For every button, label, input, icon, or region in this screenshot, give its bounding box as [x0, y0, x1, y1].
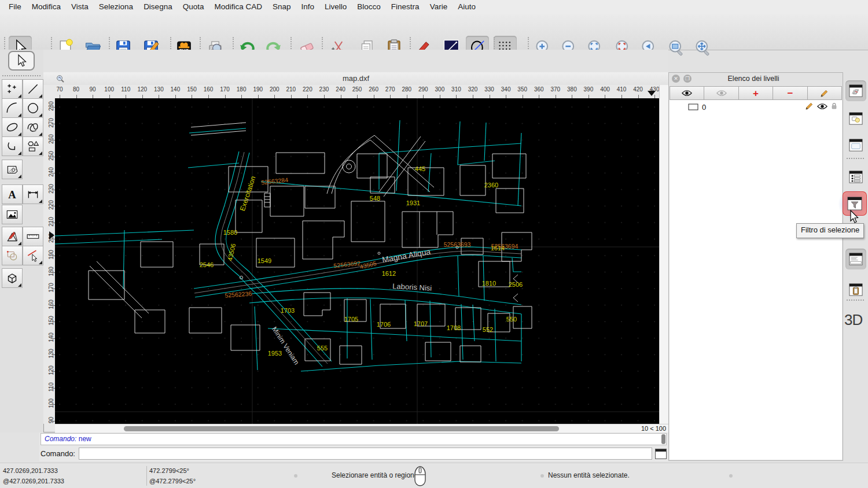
- ruler-top-label: 410: [617, 86, 627, 93]
- hatch-tool-button[interactable]: [2, 160, 23, 179]
- ellipse-tool-button[interactable]: [2, 117, 23, 137]
- layer-visibility-icon[interactable]: [817, 103, 827, 112]
- menu-quota[interactable]: Quota: [178, 0, 209, 14]
- panel-toggle-block-list-panel[interactable]: [845, 108, 866, 129]
- vertical-scrollbar[interactable]: [659, 85, 668, 424]
- ruler-top-label: 210: [286, 86, 296, 93]
- close-panel-icon[interactable]: ✕: [672, 75, 680, 83]
- command-history-scrollbar[interactable]: [661, 434, 665, 444]
- status-bar: 427.0269,201.7333 @427.0269,201.7333 472…: [0, 463, 868, 488]
- command-panel-toggle-icon[interactable]: [655, 449, 667, 459]
- menu-modifica-cad[interactable]: Modifica CAD: [209, 0, 267, 14]
- menu-livello[interactable]: Livello: [319, 0, 352, 14]
- ruler-top-label: 390: [584, 86, 594, 93]
- menu-finestra[interactable]: Finestra: [386, 0, 425, 14]
- arc-tool-button[interactable]: [2, 98, 23, 118]
- menu-file[interactable]: File: [3, 0, 27, 14]
- document-title-bar[interactable]: map.dxf: [43, 72, 668, 86]
- panel-toggle-library-browser-panel[interactable]: [845, 135, 866, 156]
- menu-vista[interactable]: Vista: [66, 0, 94, 14]
- layer-list-panel-icon: [848, 84, 863, 98]
- add-layer-button[interactable]: +: [739, 86, 773, 100]
- menu-seleziona[interactable]: Seleziona: [94, 0, 138, 14]
- text-tool-button[interactable]: A: [2, 184, 23, 204]
- ruler-left-label: 230: [48, 182, 54, 195]
- panel-toggle-selection-list-panel[interactable]: [845, 167, 866, 187]
- main-toolbar: SVG: [0, 14, 868, 50]
- ruler-top-label: 340: [501, 86, 511, 93]
- layer-edit-icon[interactable]: [805, 102, 814, 112]
- show-all-layers-button[interactable]: [670, 86, 704, 100]
- mouse-hint-icon: [413, 465, 428, 487]
- line-tool-button[interactable]: [23, 79, 43, 99]
- dimension-tool-button[interactable]: [23, 184, 43, 204]
- panel-toggle-command-line-panel[interactable]: [845, 249, 866, 269]
- ruler-top-label: 220: [303, 86, 312, 93]
- command-prompt-label: Comando:: [41, 449, 79, 458]
- panel-toggle-clipboard-panel[interactable]: [845, 279, 866, 300]
- ruler-left-label: 180: [48, 264, 54, 278]
- ruler-left-label: 130: [48, 347, 54, 361]
- layer-row[interactable]: 0: [670, 101, 842, 113]
- view-3d-tool-button[interactable]: [2, 268, 23, 288]
- ruler-top-label: 90: [90, 86, 96, 93]
- zoom-pan-button[interactable]: [691, 36, 714, 59]
- map-label: 2360: [484, 182, 498, 188]
- menu-modifica[interactable]: Modifica: [27, 0, 66, 14]
- menu-varie[interactable]: Varie: [425, 0, 453, 14]
- menu-blocco[interactable]: Blocco: [352, 0, 386, 14]
- map-label: 1705: [344, 316, 358, 323]
- coordinate-relative: @427.0269,201.7333: [3, 476, 64, 486]
- map-label: 1707: [414, 320, 428, 327]
- modify-tool-button[interactable]: [2, 227, 23, 246]
- points-tool-icon: [5, 82, 19, 96]
- remove-layer-button[interactable]: −: [773, 86, 807, 100]
- ruler-vertical: 2802702602502402302202102001901801701601…: [43, 98, 55, 424]
- horizontal-scrollbar[interactable]: [55, 424, 631, 432]
- points-tool-button[interactable]: [2, 79, 23, 99]
- ruler-top-label: 230: [319, 86, 329, 93]
- status-separator-dot: [294, 474, 297, 478]
- polyline-tool-button[interactable]: [2, 136, 23, 156]
- layer-panel-title: Elenco dei livelli: [692, 75, 815, 83]
- menu-snap[interactable]: Snap: [267, 0, 296, 14]
- ruler-top-label: 70: [56, 86, 62, 93]
- polar-relative: @472.2799<25°: [149, 476, 196, 486]
- image-tool-button[interactable]: [2, 205, 23, 224]
- ruler-left-label: 240: [48, 165, 54, 179]
- block-list-panel-icon: [848, 112, 863, 125]
- command-history[interactable]: Comando: new: [41, 433, 667, 445]
- map-label: 555: [317, 345, 328, 352]
- menu-aiuto[interactable]: Aiuto: [453, 0, 481, 14]
- circle-tool-button[interactable]: [23, 98, 43, 118]
- horizontal-scrollbar-thumb[interactable]: [124, 426, 559, 431]
- submenu-indicator: [18, 242, 21, 245]
- menu-disegna[interactable]: Disegna: [138, 0, 178, 14]
- detach-panel-icon[interactable]: ❐: [683, 75, 692, 83]
- spline-tool-button[interactable]: [23, 117, 43, 137]
- ruler-left-label: 150: [48, 314, 54, 328]
- arc-tool-icon: [5, 101, 19, 115]
- edit-layer-button[interactable]: [808, 86, 842, 100]
- shapes-tool-button[interactable]: [23, 136, 43, 156]
- submenu-indicator: [18, 113, 21, 117]
- layer-lock-icon[interactable]: [831, 102, 837, 112]
- measure-tool-button[interactable]: [23, 227, 43, 246]
- selection-list-panel-icon: [848, 170, 863, 184]
- hide-all-layers-button[interactable]: [704, 86, 738, 100]
- snap-restriction-tool-button[interactable]: [23, 246, 43, 265]
- selection-pointer-button[interactable]: [8, 51, 35, 71]
- command-input[interactable]: [79, 448, 652, 460]
- view-3d-label[interactable]: 3D: [844, 311, 866, 329]
- submenu-indicator: [39, 113, 42, 117]
- library-browser-panel-icon: [848, 138, 863, 152]
- explode-tool-button[interactable]: [2, 246, 23, 265]
- ruler-top-label: 180: [237, 86, 247, 93]
- panel-toggle-layer-list-panel[interactable]: [845, 80, 866, 101]
- ruler-top-label: 110: [121, 86, 130, 93]
- drawing-canvas[interactable]: 4452360548193115801614254615491612181025…: [55, 98, 659, 424]
- map-label: 2546: [200, 261, 214, 268]
- menu-info[interactable]: Info: [296, 0, 320, 14]
- hatch-tool-icon: [5, 162, 19, 176]
- polyline-tool-icon: [5, 139, 19, 153]
